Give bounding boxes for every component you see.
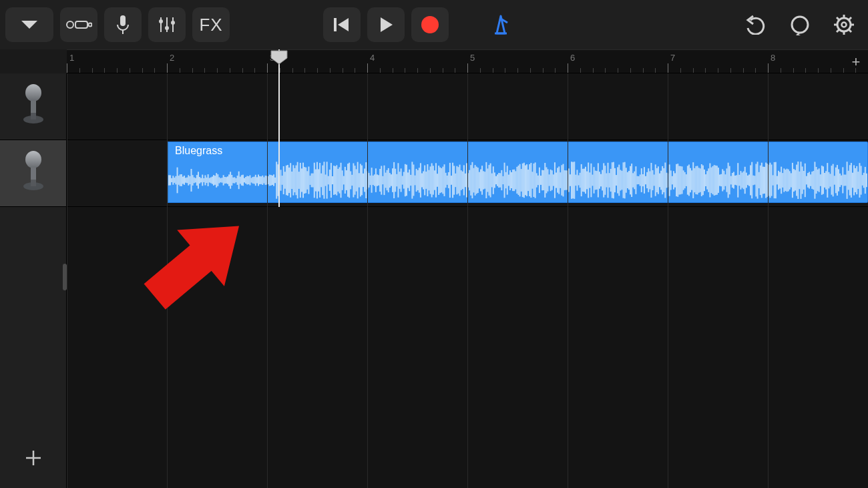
svg-point-26 — [25, 84, 41, 101]
svg-rect-530 — [859, 163, 860, 198]
go-to-beginning-button[interactable] — [323, 7, 361, 42]
svg-rect-218 — [423, 172, 424, 190]
view-menu-button[interactable] — [5, 7, 53, 42]
fx-button[interactable]: FX — [192, 7, 230, 42]
svg-rect-255 — [475, 165, 476, 196]
svg-rect-446 — [742, 173, 743, 188]
svg-rect-58 — [199, 177, 200, 184]
svg-rect-64 — [208, 174, 209, 186]
svg-rect-479 — [788, 170, 789, 192]
add-track-button[interactable] — [0, 440, 66, 476]
svg-rect-67 — [212, 177, 213, 184]
svg-rect-472 — [778, 171, 779, 190]
svg-rect-159 — [341, 163, 342, 198]
svg-rect-437 — [729, 166, 730, 195]
track-controls-button[interactable] — [148, 7, 186, 42]
svg-rect-226 — [434, 170, 435, 190]
loop-browser-button[interactable] — [781, 7, 819, 42]
svg-rect-406 — [686, 174, 687, 186]
svg-rect-396 — [672, 176, 673, 185]
svg-rect-520 — [845, 175, 846, 186]
svg-rect-76 — [224, 177, 226, 184]
svg-rect-319 — [564, 170, 566, 190]
svg-rect-312 — [554, 162, 556, 198]
svg-rect-50 — [188, 175, 189, 186]
play-button[interactable] — [367, 7, 405, 42]
svg-rect-474 — [781, 167, 782, 194]
svg-point-2 — [89, 23, 92, 27]
svg-rect-496 — [811, 172, 813, 189]
svg-rect-253 — [471, 162, 473, 198]
svg-rect-484 — [795, 170, 796, 191]
svg-rect-524 — [851, 163, 852, 198]
svg-rect-521 — [847, 162, 848, 199]
microphone-icon — [116, 14, 130, 35]
svg-rect-247 — [463, 165, 465, 195]
svg-rect-128 — [297, 162, 298, 199]
svg-rect-204 — [403, 172, 405, 189]
svg-rect-418 — [702, 166, 704, 196]
svg-rect-331 — [581, 164, 582, 196]
timeline-ruler[interactable]: + 12345678 — [67, 49, 868, 73]
svg-rect-339 — [592, 175, 593, 186]
svg-rect-483 — [793, 169, 795, 192]
svg-rect-311 — [553, 174, 554, 186]
track-header-1[interactable] — [0, 73, 66, 140]
svg-rect-532 — [862, 175, 863, 186]
svg-rect-358 — [618, 165, 620, 196]
svg-rect-232 — [442, 167, 443, 194]
svg-rect-213 — [416, 169, 417, 192]
svg-rect-410 — [691, 170, 692, 190]
svg-rect-305 — [544, 163, 546, 198]
svg-rect-155 — [335, 166, 336, 194]
track-view-button[interactable] — [60, 7, 97, 42]
svg-rect-513 — [835, 168, 837, 193]
svg-rect-152 — [331, 163, 332, 198]
svg-rect-143 — [318, 169, 319, 191]
svg-rect-531 — [861, 166, 862, 195]
svg-rect-75 — [223, 175, 224, 185]
svg-rect-416 — [700, 168, 701, 192]
svg-rect-436 — [728, 163, 729, 198]
ruler-bar-label: 1 — [69, 53, 74, 63]
svg-rect-215 — [419, 168, 420, 192]
svg-rect-233 — [444, 164, 445, 196]
undo-button[interactable] — [737, 7, 775, 42]
svg-rect-266 — [490, 164, 491, 198]
metronome-button[interactable] — [482, 7, 519, 42]
svg-rect-405 — [684, 172, 686, 188]
svg-rect-185 — [377, 174, 378, 186]
svg-rect-235 — [447, 176, 448, 185]
svg-rect-388 — [660, 171, 662, 190]
svg-rect-460 — [761, 163, 763, 198]
svg-rect-352 — [610, 169, 612, 192]
svg-rect-27 — [31, 101, 36, 114]
svg-rect-300 — [537, 176, 539, 185]
svg-rect-350 — [608, 163, 609, 198]
record-button[interactable] — [411, 7, 449, 42]
svg-rect-359 — [620, 170, 621, 191]
svg-rect-84 — [236, 178, 237, 182]
svg-rect-403 — [681, 166, 682, 194]
svg-rect-182 — [373, 176, 374, 185]
svg-rect-502 — [820, 174, 821, 186]
svg-rect-523 — [849, 165, 851, 195]
svg-rect-268 — [493, 166, 494, 194]
svg-rect-70 — [216, 173, 217, 188]
svg-rect-194 — [389, 173, 391, 188]
svg-rect-313 — [556, 173, 557, 188]
track-area[interactable]: Bluegrass — [67, 73, 868, 488]
playhead[interactable] — [278, 49, 280, 207]
microphone-button[interactable] — [104, 7, 142, 42]
audio-clip-bluegrass[interactable]: Bluegrass — [167, 142, 868, 203]
svg-rect-334 — [585, 167, 586, 194]
svg-rect-104 — [263, 177, 264, 183]
svg-point-8 — [159, 19, 163, 23]
svg-point-15 — [792, 17, 808, 33]
svg-rect-517 — [841, 176, 842, 186]
svg-rect-283 — [513, 170, 515, 191]
track-header-2[interactable] — [0, 140, 66, 207]
svg-rect-511 — [833, 164, 834, 197]
settings-button[interactable] — [825, 7, 863, 42]
track-regions-icon — [65, 17, 92, 33]
